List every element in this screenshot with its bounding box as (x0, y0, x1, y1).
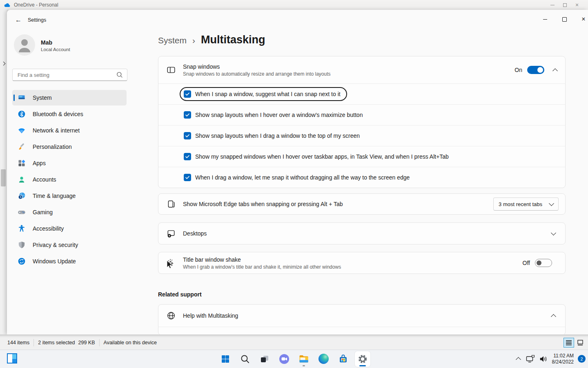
desktops-icon (167, 229, 176, 238)
tray-chevron-up-icon[interactable] (516, 357, 521, 362)
tray-clock[interactable]: 11:02 AM 8/24/2022 (552, 353, 574, 365)
sidebar-item-label: Bluetooth & devices (33, 111, 83, 117)
search-input[interactable] (13, 72, 116, 78)
active-indicator (359, 365, 366, 366)
snap-windows-subtitle: Snap windows to automatically resize and… (183, 71, 331, 77)
network-icon[interactable] (526, 355, 535, 363)
profile-account-type: Local Account (41, 47, 70, 52)
snap-toggle-state: On (514, 67, 522, 73)
sidebar-item-system[interactable]: System (12, 90, 127, 105)
sidebar-item-apps[interactable]: Apps (12, 155, 127, 171)
shake-toggle[interactable] (535, 259, 552, 267)
items-count: 144 items (7, 340, 29, 346)
sidebar-item-label: Privacy & security (33, 242, 78, 248)
snap-option-row[interactable]: Show my snapped windows when I hover ove… (158, 146, 565, 167)
paintbrush-icon (18, 143, 26, 151)
sidebar-item-accounts[interactable]: Accounts (12, 172, 127, 187)
running-indicator (303, 365, 305, 366)
onedrive-titlebar: OneDrive - Personal × (0, 0, 588, 10)
chevron-up-icon[interactable] (552, 68, 558, 74)
sidebar-item-personalization[interactable]: Personalization (12, 139, 127, 155)
breadcrumb-parent[interactable]: System (158, 36, 187, 45)
shake-subtitle: When I grab a window's title bar and sha… (183, 264, 341, 270)
store-button[interactable] (335, 351, 351, 367)
page-title: Multitasking (201, 34, 265, 46)
chevron-down-icon (549, 201, 554, 206)
wifi-icon (18, 126, 26, 135)
snap-windows-toggle[interactable] (527, 66, 544, 74)
minimize-icon (543, 19, 547, 20)
checkbox-checked[interactable] (184, 111, 191, 119)
search-box[interactable] (12, 69, 127, 81)
file-explorer-button[interactable] (296, 351, 312, 367)
checkbox-checked[interactable] (184, 90, 191, 98)
icons-view-button[interactable] (575, 338, 586, 348)
scrollbar-thumb[interactable] (1, 169, 6, 186)
snap-option-row[interactable]: Show snap layouts when I drag a window t… (158, 126, 565, 146)
selection-count: 2 items selected (38, 340, 75, 346)
focus-ring: When I snap a window, suggest what I can… (180, 87, 347, 101)
help-row[interactable]: Help with Multitasking (158, 305, 565, 327)
back-button[interactable]: ← (13, 15, 24, 25)
person-icon (14, 34, 35, 56)
notification-count: 2 (580, 357, 583, 361)
checkbox-label: When I drag a window, let me snap it wit… (195, 174, 410, 181)
settings-button[interactable] (355, 351, 370, 367)
sidebar-item-label: Accessibility (33, 225, 64, 232)
sidebar-item-gaming[interactable]: Gaming (12, 204, 127, 220)
file-explorer-icon (298, 354, 309, 364)
sidebar-item-label: Gaming (33, 209, 53, 215)
sidebar-item-privacy-security[interactable]: Privacy & security (12, 237, 127, 253)
snap-option-row[interactable]: When I snap a window, suggest what I can… (158, 84, 565, 104)
chevron-up-icon[interactable] (551, 314, 556, 319)
sidebar-item-time-language[interactable]: Time & language (12, 188, 127, 204)
details-view-button[interactable] (564, 338, 574, 348)
checkbox-checked[interactable] (184, 153, 191, 160)
shield-icon (18, 241, 26, 249)
sidebar-item-windows-update[interactable]: Windows Update (12, 254, 127, 269)
avatar[interactable] (14, 34, 35, 56)
checkbox-checked[interactable] (184, 132, 191, 139)
edge-tabs-icon (167, 200, 176, 209)
edge-tabs-dropdown[interactable]: 3 most recent tabs (493, 197, 559, 211)
edge-icon (318, 354, 329, 364)
settings-window-title: Settings (28, 17, 46, 23)
sidebar-item-bluetooth-devices[interactable]: Bluetooth & devices (12, 106, 127, 122)
onedrive-window-title: OneDrive - Personal (14, 2, 58, 8)
search-button[interactable] (237, 351, 253, 367)
snap-option-row[interactable]: When I drag a window, let me snap it wit… (158, 167, 565, 188)
sidebar-item-network-internet[interactable]: Network & internet (12, 123, 127, 138)
chat-button[interactable] (276, 351, 292, 367)
settings-close-button[interactable]: × (577, 14, 588, 25)
volume-icon[interactable] (539, 355, 548, 363)
task-view-button[interactable] (257, 351, 272, 367)
onedrive-activity-icon[interactable] (7, 353, 17, 364)
desktops-label: Desktops (183, 230, 207, 237)
snap-windows-header[interactable]: Snap windows Snap windows to automatical… (158, 56, 565, 83)
desktops-card[interactable]: Desktops (158, 222, 566, 245)
system-icon (18, 94, 26, 102)
search-icon[interactable] (116, 72, 123, 78)
notification-badge[interactable]: 2 (578, 355, 586, 363)
onedrive-restore-button[interactable] (559, 0, 571, 9)
search-icon (240, 354, 250, 364)
sidebar-item-label: Personalization (33, 144, 72, 150)
help-card: Help with Multitasking (158, 304, 566, 334)
start-button[interactable] (218, 351, 233, 367)
onedrive-close-button[interactable]: × (571, 0, 583, 9)
sidebar-item-accessibility[interactable]: Accessibility (12, 221, 127, 236)
bluetooth-icon (18, 110, 26, 118)
onedrive-minimize-button[interactable] (546, 0, 559, 9)
edge-button[interactable] (316, 351, 331, 367)
minimize-icon (550, 5, 555, 5)
gear-icon (357, 354, 368, 364)
checkbox-checked[interactable] (184, 174, 191, 181)
sidebar-item-label: Time & language (33, 193, 76, 199)
sidebar-item-label: System (33, 94, 52, 101)
settings-minimize-button[interactable] (539, 14, 551, 25)
chevron-down-icon[interactable] (551, 230, 556, 236)
snap-option-row[interactable]: Show snap layouts when I hover over a wi… (158, 105, 565, 125)
system-tray: 11:02 AM 8/24/2022 2 (517, 350, 586, 368)
settings-maximize-button[interactable] (558, 14, 570, 25)
apps-icon (18, 159, 26, 167)
